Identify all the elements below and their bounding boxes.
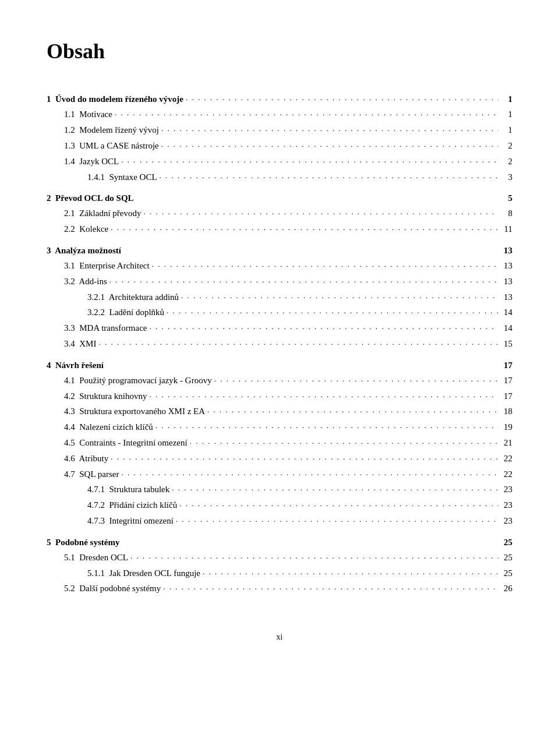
- toc-dots: [98, 337, 498, 349]
- toc-page: 13: [501, 274, 512, 288]
- toc-entry: 1 Úvod do modelem řízeného vývoje1: [47, 92, 512, 107]
- toc-page: 1: [501, 107, 512, 121]
- toc-dots: [181, 290, 498, 303]
- toc-page: 1: [501, 123, 512, 137]
- toc-page: 8: [501, 206, 512, 220]
- toc-page: 13: [501, 290, 512, 304]
- toc-dots: [149, 321, 498, 334]
- toc-dots: [176, 514, 498, 527]
- toc-label: 4 Návrh řešení: [47, 358, 104, 372]
- toc-label: 1.4.1 Syntaxe OCL: [87, 170, 157, 184]
- toc-entry: 1.4.1 Syntaxe OCL3: [47, 170, 512, 185]
- toc-label: 4.3 Struktura exportovaného XMI z EA: [64, 404, 205, 418]
- toc-label: 3.3 MDA transformace: [64, 321, 147, 335]
- toc-dots: [143, 206, 498, 219]
- toc-page: 25: [501, 535, 512, 549]
- toc-entry: 5 Podobné systémy25: [47, 535, 512, 549]
- toc-page: 13: [501, 259, 512, 273]
- toc-entry: 1.1 Motivace1: [47, 107, 512, 122]
- toc-dots: [186, 92, 498, 105]
- toc-page: 14: [501, 305, 512, 319]
- toc-entry: 5.1 Dresden OCL25: [47, 550, 512, 565]
- toc-label: 4.7 SQL parser: [64, 467, 119, 481]
- toc-entry: 3.2.2 Ladění doplňků14: [47, 305, 512, 320]
- toc-entry: 3 Analýza možností13: [47, 243, 512, 257]
- toc-page: 11: [501, 222, 512, 236]
- toc-dots: [150, 389, 499, 402]
- toc-dots: [111, 222, 498, 235]
- toc-label: 2.2 Kolekce: [64, 222, 108, 236]
- toc-page: 1: [501, 92, 512, 106]
- toc-page: 23: [501, 514, 512, 528]
- toc-page: 25: [501, 550, 512, 564]
- toc-container: 1 Úvod do modelem řízeného vývoje11.1 Mo…: [47, 92, 512, 596]
- toc-page: 22: [501, 451, 512, 465]
- toc-entry: 4.7.3 Integritní omezení23: [47, 514, 512, 528]
- toc-entry: 1.4 Jazyk OCL2: [47, 154, 512, 169]
- toc-entry: 4.2 Struktura knihovny17: [47, 389, 512, 404]
- toc-entry: 4.1 Použitý programovací jazyk - Groovy1…: [47, 373, 512, 388]
- toc-entry: 4.7.1 Struktura tabulek23: [47, 482, 512, 497]
- toc-page: 13: [501, 243, 512, 257]
- toc-label: 1.1 Motivace: [64, 107, 112, 121]
- toc-page: 17: [501, 373, 512, 387]
- toc-entry: 5.1.1 Jak Dresden OCL funguje25: [47, 566, 512, 581]
- toc-label: 5.1.1 Jak Dresden OCL funguje: [87, 566, 200, 580]
- toc-entry: 4.3 Struktura exportovaného XMI z EA18: [47, 404, 512, 419]
- toc-dots: [115, 107, 498, 120]
- toc-label: 1 Úvod do modelem řízeného vývoje: [47, 92, 183, 106]
- page-title: Obsah: [47, 35, 512, 69]
- toc-page: 2: [501, 139, 512, 153]
- toc-entry: 4 Návrh řešení17: [47, 358, 512, 372]
- toc-page: 17: [501, 389, 512, 403]
- toc-dots: [155, 420, 498, 433]
- toc-label: 1.2 Modelem řízený vývoj: [64, 123, 159, 137]
- toc-label: 1.4 Jazyk OCL: [64, 154, 119, 168]
- toc-label: 1.3 UML a CASE nástroje: [64, 139, 159, 153]
- toc-page: 17: [501, 358, 512, 372]
- toc-entry: 3.1 Enterprise Architect13: [47, 259, 512, 273]
- toc-page: 26: [501, 581, 512, 595]
- toc-label: 3.2 Add-ins: [64, 274, 107, 288]
- toc-dots: [190, 436, 498, 448]
- toc-label: 4.2 Struktura knihovny: [64, 389, 147, 403]
- toc-dots: [163, 581, 498, 594]
- toc-label: 4.7.2 Přidání cizích klíčů: [87, 498, 177, 512]
- toc-page: 15: [501, 337, 512, 351]
- toc-entry: 4.7 SQL parser22: [47, 467, 512, 482]
- toc-label: 4.7.3 Integritní omezení: [87, 514, 174, 528]
- toc-label: 3 Analýza možností: [47, 243, 121, 257]
- toc-page: 18: [501, 404, 512, 418]
- toc-page: 21: [501, 436, 512, 450]
- toc-entry: 2.1 Základní převody8: [47, 206, 512, 221]
- toc-dots: [121, 154, 498, 167]
- toc-dots: [111, 451, 498, 464]
- toc-entry: 4.4 Nalezení cizích klíčů19: [47, 420, 512, 434]
- toc-page: 23: [501, 482, 512, 496]
- toc-label: 4.4 Nalezení cizích klíčů: [64, 420, 153, 434]
- toc-entry: 3.4 XMI15: [47, 337, 512, 351]
- toc-dots: [161, 139, 498, 151]
- toc-entry: 2 Převod OCL do SQL5: [47, 191, 512, 205]
- toc-dots: [109, 274, 498, 287]
- toc-page: 19: [501, 420, 512, 434]
- toc-entry: 3.3 MDA transformace14: [47, 321, 512, 335]
- toc-label: 4.6 Atributy: [64, 451, 108, 465]
- toc-page: 5: [501, 191, 512, 205]
- toc-label: 3.1 Enterprise Architect: [64, 259, 150, 273]
- toc-dots: [203, 566, 498, 579]
- toc-entry: 4.5 Contraints - Integritní omezení21: [47, 436, 512, 450]
- toc-entry: 3.2 Add-ins13: [47, 274, 512, 289]
- toc-label: 4.7.1 Struktura tabulek: [87, 482, 169, 496]
- toc-label: 4.5 Contraints - Integritní omezení: [64, 436, 187, 450]
- toc-entry: 1.3 UML a CASE nástroje2: [47, 139, 512, 153]
- toc-dots: [179, 498, 498, 511]
- toc-dots: [130, 550, 498, 563]
- toc-label: 5.1 Dresden OCL: [64, 550, 128, 564]
- toc-label: 3.2.2 Ladění doplňků: [87, 305, 164, 319]
- toc-label: 3.2.1 Architektura addinů: [87, 290, 179, 304]
- toc-page: 22: [501, 467, 512, 481]
- page-footer: xi: [47, 631, 512, 644]
- toc-label: 2 Převod OCL do SQL: [47, 191, 134, 205]
- toc-page: 14: [501, 321, 512, 335]
